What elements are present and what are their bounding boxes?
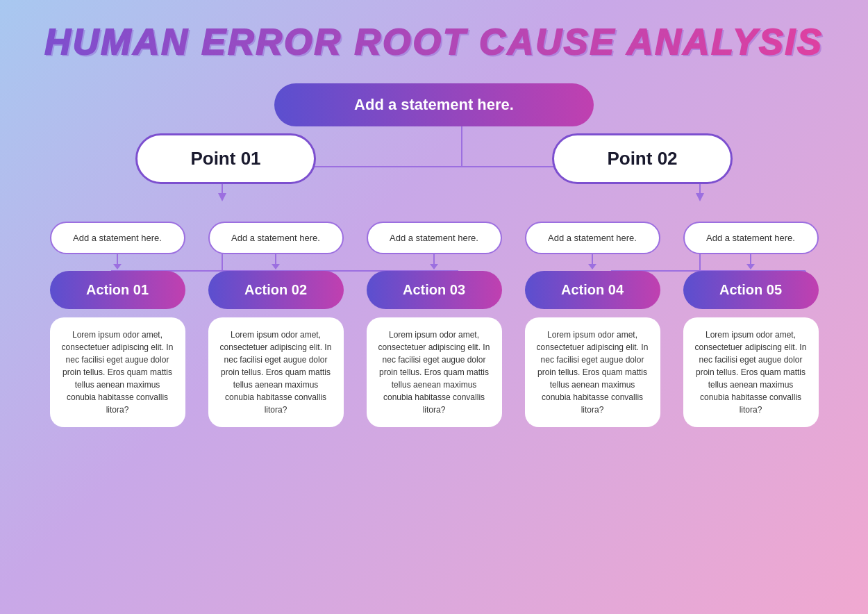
page-container: HUMAN ERROR ROOT CAUSE ANALYSIS Add a st… xyxy=(0,0,868,614)
arrow-5 xyxy=(750,254,751,265)
spacer-lines xyxy=(28,184,840,222)
desc-box-3: Lorem ipsum odor amet, consectetuer adip… xyxy=(367,317,502,427)
col-5: Add a statement here. Action 05 Lorem ip… xyxy=(683,222,819,427)
sub-box-1: Add a statement here. xyxy=(50,222,185,254)
top-statement-row: Add a statement here. xyxy=(28,83,840,126)
arrow-3 xyxy=(433,254,435,265)
page-title: HUMAN ERROR ROOT CAUSE ANALYSIS xyxy=(28,21,840,63)
action-box-4: Action 04 xyxy=(525,271,660,309)
sub-box-4: Add a statement here. xyxy=(525,222,660,254)
col-1: Add a statement here. Action 01 Lorem ip… xyxy=(50,222,185,427)
point-02-box: Point 02 xyxy=(552,133,733,184)
arrow-1 xyxy=(117,254,118,265)
desc-box-2: Lorem ipsum odor amet, consectetuer adip… xyxy=(208,317,344,427)
action-box-3: Action 03 xyxy=(367,271,502,309)
sub-statements-row: Add a statement here. Action 01 Lorem ip… xyxy=(28,222,840,427)
sub-box-2: Add a statement here. xyxy=(208,222,344,254)
action-box-1: Action 01 xyxy=(50,271,185,309)
desc-box-5: Lorem ipsum odor amet, consectetuer adip… xyxy=(683,317,819,427)
diagram-container: Add a statement here. xyxy=(28,83,840,427)
col-4: Add a statement here. Action 04 Lorem ip… xyxy=(525,222,660,427)
action-box-5: Action 05 xyxy=(683,271,819,309)
sub-box-5: Add a statement here. xyxy=(683,222,819,254)
arrow-4 xyxy=(592,254,593,265)
col-3: Add a statement here. Action 03 Lorem ip… xyxy=(367,222,502,427)
top-statement-box: Add a statement here. xyxy=(274,83,594,126)
points-row: Point 01 Point 02 xyxy=(28,133,840,184)
desc-box-4: Lorem ipsum odor amet, consectetuer adip… xyxy=(525,317,660,427)
sub-box-3: Add a statement here. xyxy=(367,222,502,254)
desc-box-1: Lorem ipsum odor amet, consectetuer adip… xyxy=(50,317,185,427)
action-box-2: Action 02 xyxy=(208,271,344,309)
point-01-box: Point 01 xyxy=(135,133,316,184)
arrow-2 xyxy=(275,254,276,265)
col-2: Add a statement here. Action 02 Lorem ip… xyxy=(208,222,344,427)
